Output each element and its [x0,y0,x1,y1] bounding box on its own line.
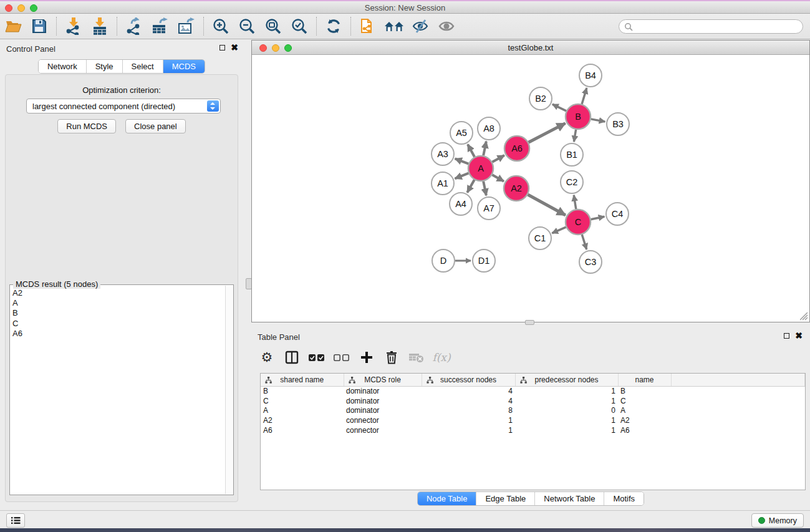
network-node-A7[interactable]: A7 [478,197,500,220]
apply-layout-icon[interactable] [321,15,347,37]
show-all-icon[interactable] [433,15,460,37]
network-edge-B-B3[interactable] [591,119,605,122]
zoom-in-icon[interactable] [208,15,234,37]
close-table-panel-icon[interactable]: ✖ [795,332,803,339]
network-node-A[interactable]: A [468,156,493,181]
float-table-panel-icon[interactable] [784,333,789,339]
search-field[interactable] [619,19,803,34]
network-node-A6[interactable]: A6 [504,136,529,161]
network-node-D1[interactable]: D1 [473,249,495,272]
network-canvas[interactable]: B4B2BB3A8A5A6A3B1AC2A1A2A4A7C4CC1DC3D1 [252,55,809,322]
function-builder-icon[interactable]: f(x) [432,347,451,368]
column-header[interactable]: name [618,374,671,386]
network-node-B3[interactable]: B3 [607,113,629,135]
mcds-result-item[interactable]: B [12,308,224,318]
network-node-A3[interactable]: A3 [432,143,454,165]
tab-mcds[interactable]: MCDS [163,60,205,73]
new-network-icon[interactable] [355,15,381,37]
close-panel-button[interactable]: Close panel [125,119,186,133]
memory-button[interactable]: Memory [751,513,804,528]
mcds-result-item[interactable]: A [12,298,224,308]
network-edge-C-C3[interactable] [582,235,586,249]
network-node-B1[interactable]: B1 [561,143,583,166]
network-node-C4[interactable]: C4 [606,203,629,225]
network-node-B2[interactable]: B2 [529,87,552,110]
network-edge-B-B4[interactable] [582,88,587,104]
network-node-C3[interactable]: C3 [579,251,602,273]
network-edge-A2-C[interactable] [528,195,565,215]
tab-style[interactable]: Style [87,60,123,73]
zoom-selected-icon[interactable] [286,15,312,37]
network-node-C2[interactable]: C2 [561,171,583,193]
column-header[interactable]: shared name [261,374,344,386]
export-network-icon[interactable] [121,15,147,37]
network-edge-C-C1[interactable] [552,227,566,233]
save-session-icon[interactable] [26,15,52,37]
run-mcds-button[interactable]: Run MCDS [57,119,116,133]
table-settings-gear-icon[interactable]: ⚙ [258,347,276,368]
search-input[interactable] [635,21,798,32]
table-row[interactable]: Cdominator41C [261,396,805,406]
network-node-A8[interactable]: A8 [478,117,500,140]
tab-motifs[interactable]: Motifs [604,492,644,505]
network-edge-A-A7[interactable] [483,181,486,196]
mcds-result-item[interactable]: A2 [12,288,224,298]
result-list-scrollbar[interactable] [225,286,233,494]
zoom-fit-icon[interactable] [260,15,286,37]
table-row[interactable]: Bdominator41B [261,386,805,396]
horizontal-divider-grip[interactable] [525,320,534,325]
network-node-B[interactable]: B [566,104,591,129]
network-edge-A-A5[interactable] [468,144,475,157]
network-node-A2[interactable]: A2 [504,176,529,201]
network-edge-A-A2[interactable] [492,175,504,181]
network-node-B4[interactable]: B4 [579,64,602,87]
first-neighbors-icon[interactable] [381,15,407,37]
network-node-C[interactable]: C [566,210,591,235]
float-panel-icon[interactable] [219,45,225,51]
network-edge-C-C2[interactable] [574,195,576,210]
export-table-icon[interactable] [147,15,173,37]
column-header[interactable]: predecessor nodes [515,374,618,386]
network-edge-B-B1[interactable] [574,130,576,142]
resize-grip-icon[interactable] [800,312,808,321]
network-edge-A6-B[interactable] [529,123,566,143]
tab-network[interactable]: Network [39,60,87,73]
tab-edge-table[interactable]: Edge Table [476,492,535,505]
column-header[interactable]: MCDS role [344,374,422,386]
show-panels-button[interactable] [6,513,25,528]
network-node-C1[interactable]: C1 [529,227,551,249]
mcds-result-item[interactable]: A6 [12,329,224,339]
network-edge-A-A8[interactable] [483,142,486,156]
add-column-icon[interactable] [357,347,376,368]
tab-node-table[interactable]: Node Table [418,492,477,505]
table-row[interactable]: Adominator80A [261,405,805,415]
table-row[interactable]: A6connector11A6 [261,425,805,435]
network-edge-C-C4[interactable] [591,216,605,220]
select-all-icon[interactable] [307,347,326,368]
tab-network-table[interactable]: Network Table [535,492,604,505]
network-edge-A-A4[interactable] [467,180,474,192]
delete-column-icon[interactable] [382,347,401,368]
import-table-icon[interactable] [87,15,113,37]
import-network-icon[interactable] [60,15,87,37]
criterion-dropdown[interactable]: largest connected component (directed) [26,99,221,114]
deselect-all-icon[interactable] [332,347,351,368]
export-image-icon[interactable] [173,15,200,37]
open-file-icon[interactable] [0,15,26,37]
network-edge-B-B2[interactable] [552,104,566,111]
network-node-D[interactable]: D [432,249,455,272]
network-node-A4[interactable]: A4 [450,193,472,215]
tab-select[interactable]: Select [123,60,163,73]
table-row[interactable]: A2connector11A2 [261,415,805,425]
zoom-out-icon[interactable] [234,15,260,37]
network-edge-A-A1[interactable] [455,173,469,179]
network-edge-A-A6[interactable] [492,155,504,162]
show-columns-icon[interactable] [282,347,301,368]
delete-table-icon[interactable] [407,347,426,368]
column-header[interactable]: successor nodes [422,374,515,386]
network-node-A1[interactable]: A1 [432,172,454,195]
network-edge-A-A3[interactable] [455,158,469,163]
close-panel-icon[interactable]: ✖ [231,44,238,51]
mcds-result-item[interactable]: C [12,319,224,329]
hide-selected-icon[interactable] [407,15,433,37]
